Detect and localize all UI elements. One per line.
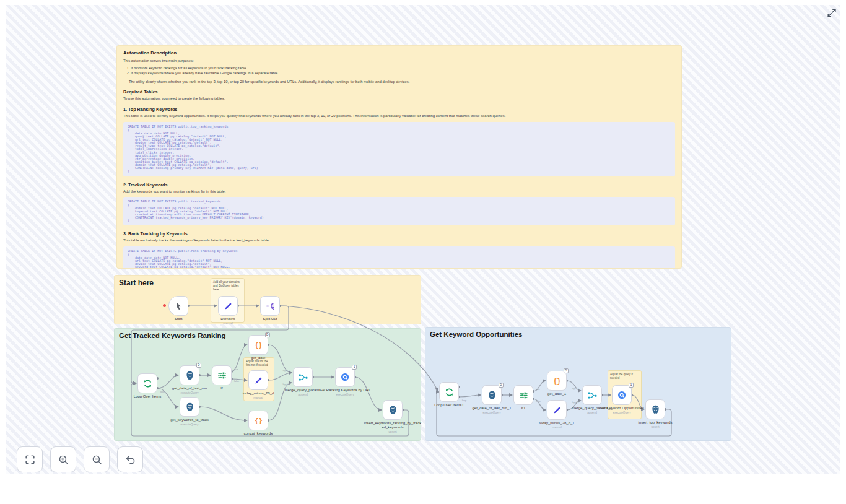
section-title-start-here: Start here	[115, 276, 421, 290]
node-label: If1	[494, 406, 552, 411]
node-start[interactable]: Start	[168, 296, 188, 316]
note-detail: The utility clearly shows whether you ra…	[129, 80, 675, 85]
node-insert-keywords-ranking[interactable]: insert_keywords_ranking_by_tracked_keywo…	[383, 400, 403, 420]
node-subtitle: executeQuery	[160, 423, 219, 427]
node-get-keywords-to-track[interactable]: get_keywords_to_trackexecuteQuery	[180, 397, 199, 417]
sticky-note-description[interactable]: Automation Description This automation s…	[116, 45, 682, 269]
zoom-in-button[interactable]	[50, 446, 76, 472]
node-label: get_date_1	[528, 392, 586, 396]
node-loop-over-items1[interactable]: Loop Over Items1	[439, 382, 459, 402]
node-get-date[interactable]: D get_date	[248, 335, 268, 355]
node-label: Split Out	[241, 317, 299, 321]
postgres-icon	[185, 402, 195, 412]
node-domains[interactable]: Domainsmanual	[218, 296, 238, 316]
if-icon	[518, 390, 529, 401]
node-concat-keywords[interactable]: concat_keywords	[248, 411, 268, 430]
required-tables-heading: Required Tables	[123, 89, 675, 95]
node-badge: D	[499, 383, 504, 388]
pencil-icon	[253, 375, 264, 386]
table3-text: This table exclusively tracks the rankin…	[123, 238, 675, 243]
table2-sql-code: CREATE TABLE IF NOT EXISTS public.tracke…	[123, 197, 675, 225]
node-merge-query-params-1[interactable]: merge_query_params_1append	[582, 385, 602, 405]
node-subtitle: executeQuery	[316, 393, 374, 397]
note-purpose-2: It displays keywords where you already h…	[131, 71, 675, 76]
node-badge: D	[564, 368, 569, 373]
node-get-ranking-keywords-by-url[interactable]: 1 Get Ranking Keywords by URLexecuteQuer…	[335, 367, 355, 387]
pencil-icon	[223, 301, 233, 311]
mini-note-today-minus-text: Adjust this for the first run if needed	[246, 360, 272, 367]
postgres-icon	[650, 404, 661, 415]
node-subtitle: upsert	[364, 430, 422, 434]
expand-icon	[826, 7, 837, 19]
table1-text: This table is used to identify keyword o…	[123, 114, 675, 119]
node-split-out[interactable]: Split Out	[260, 296, 280, 316]
node-label: concat_keywords	[229, 432, 287, 436]
node-subtitle: executeQuery	[160, 391, 219, 395]
node-subtitle: manual	[199, 322, 257, 326]
required-tables-text: To use this automation, you need to crea…	[123, 97, 675, 102]
node-subtitle: upsert	[626, 425, 684, 429]
fit-view-button[interactable]	[17, 446, 43, 472]
node-label: insert_top_keywords	[626, 420, 684, 425]
bigquery-icon	[340, 372, 351, 383]
node-label: If	[193, 386, 251, 391]
node-badge: D	[265, 332, 270, 337]
note-title: Automation Description	[123, 50, 675, 56]
zoom-out-icon	[91, 454, 103, 466]
merge-icon	[587, 390, 598, 401]
section-title-opportunities: Get Keyword Opportunities	[425, 328, 731, 341]
node-subtitle: manual	[528, 426, 586, 430]
bigquery-icon	[617, 390, 627, 401]
node-badge: D	[196, 363, 201, 368]
undo-button[interactable]	[117, 446, 143, 472]
postgres-icon	[185, 370, 195, 381]
node-badge: 1	[352, 365, 357, 370]
node-label: get_keywords_to_track	[160, 418, 219, 422]
note-purposes: It monitors keyword rankings for all key…	[131, 66, 675, 76]
node-merge-query-params[interactable]: merge_query_paramsappend	[293, 367, 313, 387]
pencil-icon	[552, 405, 562, 415]
node-subtitle: executeQuery	[593, 411, 651, 415]
loop-icon	[142, 378, 153, 389]
zoom-out-button[interactable]	[84, 446, 110, 472]
code-icon	[552, 376, 562, 386]
table2-heading: 2. Tracked Keywords	[123, 182, 675, 188]
node-subtitle: manual	[229, 396, 287, 400]
node-get-keyword-opportunities[interactable]: 1 Get Keyword OpportunitiesexecuteQuery	[612, 385, 632, 405]
fit-view-icon	[24, 454, 36, 466]
node-label: Get Ranking Keywords by URL	[316, 388, 374, 393]
node-label: Loop Over Items	[118, 394, 177, 399]
node-insert-top-keywords[interactable]: insert_top_keywordsupsert	[645, 399, 665, 419]
table1-heading: 1. Top Ranking Keywords	[123, 106, 675, 112]
table3-sql-code: CREATE TABLE IF NOT EXISTS public.rank_t…	[123, 246, 675, 269]
node-if[interactable]: If	[212, 365, 232, 385]
table3-heading: 3. Rank Tracking by Keywords	[123, 231, 675, 237]
workflow-editor: { "description_note": { "title": "Automa…	[0, 0, 846, 504]
table2-text: Add the keywords you want to monitor ran…	[123, 189, 675, 194]
cursor-icon	[173, 301, 184, 311]
split-out-icon	[265, 301, 276, 311]
merge-icon	[298, 372, 308, 383]
undo-icon	[124, 454, 136, 466]
if-icon	[217, 370, 227, 381]
node-loop-over-items[interactable]: Loop Over Items	[137, 373, 157, 393]
node-get-date-of-last-run[interactable]: D get_date_of_last_runexecuteQuery	[180, 365, 199, 385]
node-label: today_minus_28_d_1	[528, 421, 586, 425]
mini-note-opportunities-text: Adjust the query if needed	[610, 373, 639, 380]
node-get-date-1[interactable]: D get_date_1	[547, 371, 567, 391]
issue-indicator-dot	[163, 304, 166, 307]
node-label: Get Keyword Opportunities	[593, 406, 651, 411]
table1-sql-code: CREATE TABLE IF NOT EXISTS public.top_ra…	[123, 122, 675, 176]
node-get-date-of-last-run-1[interactable]: D get_date_of_last_run_1executeQuery	[482, 385, 502, 405]
node-badge: 1	[629, 383, 634, 388]
code-icon	[253, 415, 264, 426]
zoom-in-icon	[58, 454, 69, 466]
expand-button[interactable]	[826, 7, 838, 19]
node-label: insert_keywords_ranking_by_tracked_keywo…	[364, 421, 422, 430]
note-intro: This automation serves two main purposes…	[123, 59, 675, 64]
note-purpose-1: It monitors keyword rankings for all key…	[131, 66, 675, 71]
node-label: get_date	[229, 356, 287, 360]
node-today-minus-28-d[interactable]: today_minus_28_dmanual	[248, 370, 268, 390]
mini-note-domains-text: Add all your domains and BigQuery tables…	[213, 280, 242, 292]
code-icon	[253, 340, 264, 350]
